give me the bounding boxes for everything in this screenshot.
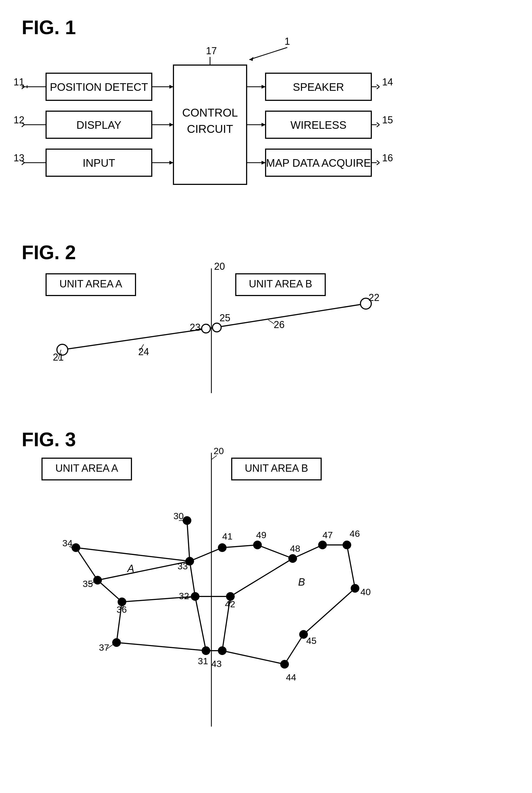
svg-text:14: 14 bbox=[382, 76, 393, 88]
svg-text:UNIT AREA A: UNIT AREA A bbox=[55, 462, 118, 474]
svg-text:37: 37 bbox=[99, 642, 109, 653]
svg-text:48: 48 bbox=[290, 543, 300, 554]
svg-line-48 bbox=[377, 125, 379, 127]
fig2-diagram: UNIT AREA A UNIT AREA B 20 21 22 23 24 bbox=[0, 241, 532, 412]
svg-text:25: 25 bbox=[220, 312, 230, 323]
svg-text:UNIT AREA B: UNIT AREA B bbox=[249, 278, 312, 289]
svg-line-115 bbox=[116, 643, 206, 651]
svg-text:20: 20 bbox=[214, 261, 225, 272]
svg-line-66 bbox=[211, 304, 366, 328]
svg-text:15: 15 bbox=[382, 114, 393, 126]
svg-text:41: 41 bbox=[222, 531, 232, 542]
svg-text:49: 49 bbox=[256, 530, 266, 540]
svg-text:47: 47 bbox=[323, 530, 333, 540]
svg-text:35: 35 bbox=[83, 579, 93, 589]
svg-line-65 bbox=[62, 328, 211, 350]
svg-text:20: 20 bbox=[213, 446, 224, 456]
svg-line-88 bbox=[211, 455, 217, 459]
svg-text:A: A bbox=[127, 563, 134, 574]
fig3-diagram: UNIT AREA A UNIT AREA B 20 bbox=[0, 428, 532, 786]
page: FIG. 1 1 17 CONTROL CIRCUIT POSITION DET… bbox=[0, 0, 532, 793]
svg-marker-25 bbox=[169, 123, 173, 127]
svg-line-123 bbox=[347, 545, 355, 588]
svg-line-111 bbox=[98, 561, 190, 580]
svg-line-39 bbox=[377, 84, 379, 87]
svg-text:32: 32 bbox=[179, 591, 189, 601]
svg-line-40 bbox=[377, 87, 379, 89]
svg-text:DISPLAY: DISPLAY bbox=[76, 119, 121, 131]
svg-line-56 bbox=[377, 163, 379, 165]
svg-line-109 bbox=[190, 561, 195, 597]
svg-marker-17 bbox=[169, 85, 173, 89]
svg-line-116 bbox=[195, 597, 206, 651]
svg-text:44: 44 bbox=[286, 672, 296, 682]
svg-line-126 bbox=[230, 559, 293, 597]
svg-text:26: 26 bbox=[274, 319, 285, 330]
svg-line-110 bbox=[76, 548, 98, 580]
svg-text:16: 16 bbox=[382, 152, 393, 164]
svg-line-47 bbox=[377, 122, 379, 125]
svg-marker-53 bbox=[262, 161, 266, 165]
svg-text:33: 33 bbox=[177, 561, 188, 571]
svg-line-125 bbox=[304, 588, 355, 635]
svg-marker-2 bbox=[249, 57, 253, 61]
svg-line-81 bbox=[268, 320, 274, 324]
svg-line-129 bbox=[285, 635, 304, 664]
svg-text:46: 46 bbox=[349, 528, 360, 539]
svg-text:CONTROL: CONTROL bbox=[182, 106, 238, 119]
svg-line-108 bbox=[187, 521, 190, 561]
svg-text:WIRELESS: WIRELESS bbox=[290, 119, 347, 131]
svg-text:45: 45 bbox=[306, 636, 317, 646]
svg-point-69 bbox=[202, 324, 210, 333]
svg-line-112 bbox=[98, 580, 122, 602]
svg-text:SPEAKER: SPEAKER bbox=[293, 81, 344, 93]
svg-text:43: 43 bbox=[211, 659, 222, 669]
svg-line-1 bbox=[249, 48, 287, 60]
svg-text:17: 17 bbox=[206, 45, 217, 56]
svg-line-120 bbox=[258, 545, 293, 559]
svg-line-55 bbox=[377, 161, 379, 163]
svg-line-106 bbox=[76, 548, 190, 561]
svg-text:B: B bbox=[298, 577, 305, 588]
svg-marker-33 bbox=[169, 161, 173, 165]
svg-text:36: 36 bbox=[116, 604, 127, 615]
svg-line-128 bbox=[222, 651, 285, 664]
fig1-diagram: 1 17 CONTROL CIRCUIT POSITION DETECT 11 … bbox=[0, 0, 532, 239]
svg-text:31: 31 bbox=[198, 656, 208, 666]
svg-text:CIRCUIT: CIRCUIT bbox=[187, 122, 233, 135]
svg-text:24: 24 bbox=[138, 346, 149, 357]
svg-text:23: 23 bbox=[190, 322, 201, 333]
svg-text:1: 1 bbox=[285, 36, 290, 47]
svg-marker-37 bbox=[262, 85, 266, 89]
svg-text:21: 21 bbox=[53, 352, 64, 363]
svg-marker-45 bbox=[262, 123, 266, 127]
svg-line-119 bbox=[222, 545, 258, 548]
svg-text:40: 40 bbox=[360, 587, 371, 597]
svg-text:UNIT AREA B: UNIT AREA B bbox=[245, 462, 308, 474]
svg-text:UNIT AREA A: UNIT AREA A bbox=[59, 278, 122, 289]
svg-text:INPUT: INPUT bbox=[83, 157, 115, 169]
svg-text:22: 22 bbox=[368, 292, 379, 303]
svg-text:MAP DATA ACQUIRE: MAP DATA ACQUIRE bbox=[266, 157, 371, 169]
svg-point-70 bbox=[212, 323, 221, 332]
svg-text:34: 34 bbox=[62, 538, 73, 548]
svg-text:30: 30 bbox=[173, 511, 184, 521]
svg-line-107 bbox=[190, 548, 222, 561]
svg-text:POSITION DETECT: POSITION DETECT bbox=[50, 81, 148, 93]
